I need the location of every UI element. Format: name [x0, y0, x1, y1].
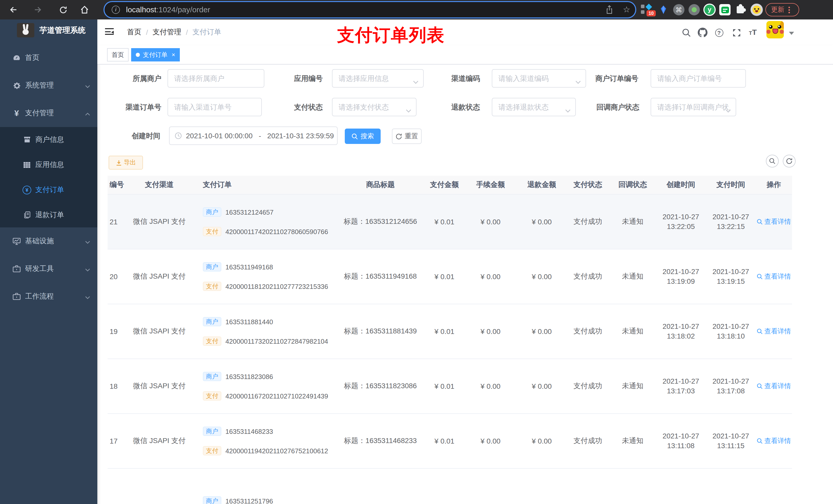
merchant-order-no-input[interactable]: [651, 69, 746, 88]
share-icon[interactable]: [604, 5, 614, 14]
search-icon: [352, 133, 358, 140]
table-row[interactable]: 20 微信 JSAPI 支付 商户1635311949168 支付4200001…: [108, 249, 792, 304]
browser-update-button[interactable]: 更新: [765, 3, 799, 16]
pay-tag: 支付: [203, 227, 221, 236]
table-row[interactable]: 21 微信 JSAPI 支付 商户1635312124657 支付4200001…: [108, 195, 792, 249]
back-icon[interactable]: [9, 5, 18, 14]
view-detail-link[interactable]: 查看详情: [757, 217, 791, 226]
export-button[interactable]: 导出: [109, 156, 143, 170]
refund-status-input[interactable]: [492, 98, 576, 116]
channel-order-no-input[interactable]: [168, 98, 262, 116]
browser-profile-avatar[interactable]: [751, 4, 763, 16]
search-button[interactable]: 搜索: [345, 128, 381, 144]
toggle-search-button[interactable]: [766, 155, 779, 167]
pay-status-input[interactable]: [332, 98, 416, 116]
merchant-tag: 商户: [203, 496, 221, 504]
close-icon[interactable]: ×: [172, 52, 175, 58]
collapse-sidebar-icon[interactable]: [105, 28, 114, 36]
filter-label-merchant-order-no: 商户订单编号: [574, 69, 638, 88]
tab-pay-order[interactable]: 支付订单 ×: [131, 48, 180, 62]
screen: i localhost:1024/pay/order ☆ 10 ⌘ y 更新: [0, 0, 833, 504]
callback-status-select[interactable]: [651, 98, 736, 116]
table-row[interactable]: 商户 1635311251796: [108, 469, 792, 504]
extensions-puzzle-icon[interactable]: [734, 4, 746, 16]
chevron-down-icon: [85, 264, 90, 273]
url-path: :1024/pay/order: [156, 5, 210, 14]
table-row[interactable]: 17 微信 JSAPI 支付 商户1635311468233 支付4200001…: [108, 414, 792, 469]
view-detail-link[interactable]: 查看详情: [757, 327, 791, 336]
bookmark-star-icon[interactable]: ☆: [622, 5, 631, 14]
sidebar-item-workflow[interactable]: 工作流程: [0, 283, 97, 310]
date-end[interactable]: 2021-10-31 23:59:59: [267, 131, 334, 140]
reset-button[interactable]: 重置: [392, 128, 422, 144]
refresh-table-button[interactable]: [783, 155, 795, 167]
sidebar-item-refund-order[interactable]: 退款订单: [0, 202, 97, 227]
tab-home[interactable]: 首页: [107, 48, 128, 62]
merchant-order-no-field[interactable]: [651, 69, 746, 88]
table-row[interactable]: 18 微信 JSAPI 支付 商户1635311823086 支付4200001…: [108, 359, 792, 414]
refund-status-select[interactable]: [492, 98, 576, 116]
grid-icon: [23, 160, 31, 169]
chevron-down-icon: [85, 237, 90, 246]
extension-command-icon[interactable]: ⌘: [673, 4, 685, 16]
channel-order-no-field[interactable]: [168, 98, 262, 116]
sidebar-item-infra[interactable]: 基础设施: [0, 227, 97, 255]
merchant-select[interactable]: [168, 69, 264, 88]
download-icon: [116, 160, 122, 166]
sidebar-item-payment[interactable]: ¥ 支付管理: [0, 99, 97, 127]
callback-status-input[interactable]: [651, 98, 736, 116]
date-range-picker[interactable]: 2021-10-01 00:00:00 - 2021-10-31 23:59:5…: [169, 126, 338, 145]
app-input[interactable]: [332, 69, 424, 88]
pay-tag: 支付: [203, 282, 221, 291]
chevron-down-icon: [85, 292, 90, 301]
reload-icon[interactable]: [58, 5, 68, 14]
sidebar-item-app-info[interactable]: 应用信息: [0, 152, 97, 177]
github-icon[interactable]: [698, 28, 708, 38]
view-detail-link[interactable]: 查看详情: [757, 436, 791, 446]
browser-menu-icon[interactable]: [788, 6, 790, 13]
chevron-up-icon: [85, 109, 90, 118]
filter-label-callback-status: 回调商户状态: [574, 98, 639, 116]
gear-icon: [12, 81, 21, 90]
user-avatar[interactable]: [766, 21, 784, 39]
date-start[interactable]: 2021-10-01 00:00:00: [186, 131, 253, 140]
payment-submenu: 商户信息 应用信息 ¥ 支付订单 退款订单: [0, 127, 97, 227]
sidebar-item-system[interactable]: 系统管理: [0, 72, 97, 99]
view-detail-link[interactable]: 查看详情: [757, 272, 791, 281]
sidebar-item-home[interactable]: 首页: [0, 44, 97, 72]
sidebar-item-dev-tools[interactable]: 研发工具: [0, 255, 97, 283]
table-row[interactable]: 19 微信 JSAPI 支付 商户1635311881440 支付4200001…: [108, 304, 792, 359]
home-icon[interactable]: [80, 5, 89, 14]
app-logo[interactable]: 芋道管理系统: [0, 23, 97, 38]
search-icon: [757, 273, 763, 280]
site-info-icon[interactable]: i: [112, 6, 120, 14]
merchant-tag: 商户: [203, 317, 221, 326]
view-detail-link[interactable]: 查看详情: [757, 382, 791, 391]
sidebar-item-pay-order[interactable]: ¥ 支付订单: [0, 177, 97, 202]
sidebar-item-merchant-info[interactable]: 商户信息: [0, 127, 97, 152]
extension-y-icon[interactable]: y: [704, 4, 716, 16]
browser-toolbar: i localhost:1024/pay/order ☆ 10 ⌘ y 更新: [0, 0, 833, 20]
merchant-tag: 商户: [203, 372, 221, 381]
help-icon[interactable]: ?: [714, 28, 724, 38]
briefcase-icon: [12, 292, 21, 301]
extension-record-icon[interactable]: [688, 4, 700, 16]
search-icon[interactable]: [681, 28, 691, 38]
main-content: 所属商户 应用编号 渠道编码 商户订单编号 渠道订单号 支付状态 退款状态: [97, 65, 833, 504]
breadcrumb-payment[interactable]: 支付管理: [153, 28, 181, 37]
address-bar[interactable]: i localhost:1024/pay/order ☆: [104, 2, 635, 18]
channel-code-input[interactable]: [492, 69, 586, 88]
yen-circle-icon: ¥: [23, 186, 31, 194]
extension-chat-icon[interactable]: [719, 4, 731, 16]
date-separator: -: [259, 131, 261, 140]
app-select[interactable]: [332, 69, 424, 88]
extension-gem-icon[interactable]: [657, 4, 670, 16]
channel-code-select[interactable]: [492, 69, 586, 88]
font-size-icon[interactable]: TT: [748, 28, 758, 38]
fullscreen-icon[interactable]: [732, 28, 741, 38]
merchant-input[interactable]: [168, 69, 264, 88]
avatar-caret-icon[interactable]: [789, 32, 794, 35]
forward-icon[interactable]: [33, 5, 43, 14]
breadcrumb-home[interactable]: 首页: [127, 28, 141, 37]
pay-status-select[interactable]: [332, 98, 416, 116]
